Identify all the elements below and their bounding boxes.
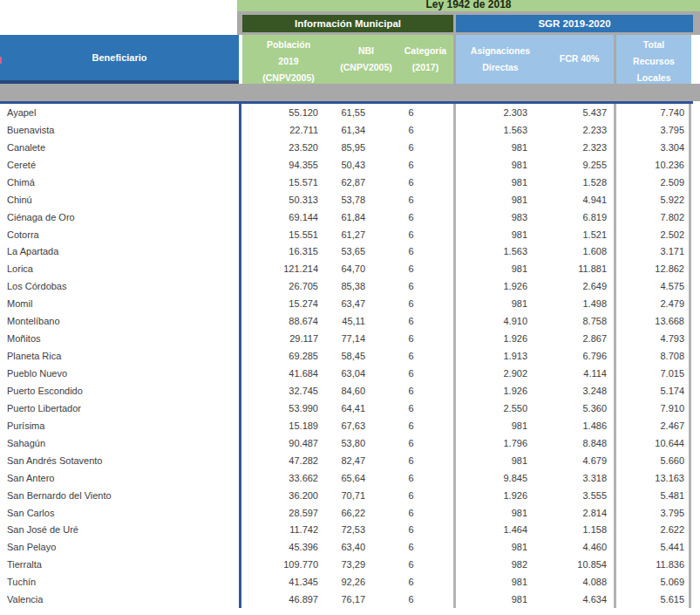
poblacion-cell: 69.285 [241,351,322,361]
beneficiario-cell: San Andrés Sotavento [0,455,239,466]
beneficiario-cell: Purísima [0,420,239,431]
column-divider [689,365,691,382]
categoria-cell: 6 [369,177,453,188]
asignaciones-directas-cell: 1.796 [456,438,531,448]
fcr-40-cell: 1.158 [531,524,614,535]
separator-band [0,84,700,101]
asignaciones-directas-cell: 1.563 [456,246,531,256]
nbi-cell: 85,38 [322,281,369,291]
asignaciones-directas-cell: 983 [456,212,531,222]
poblacion-cell: 15.551 [241,229,322,240]
column-divider [689,156,691,174]
poblacion-cell: 94.355 [241,160,322,170]
column-divider [689,504,691,522]
column-divider [689,573,691,591]
total-recursos-cell: 2.502 [616,229,689,240]
categoria-cell: 6 [369,420,453,431]
asignaciones-directas-cell: 981 [456,542,531,552]
poblacion-cell: 109.770 [241,559,322,570]
beneficiario-cell: La Apartada [0,246,239,256]
column-divider [689,226,691,243]
column-divider [689,400,691,417]
fcr-40-cell: 1.608 [531,246,614,256]
poblacion-cell: 15.274 [241,298,322,309]
poblacion-cell: 41.684 [241,368,322,379]
asignaciones-directas-cell: 1.464 [456,524,531,535]
nbi-cell: 72,53 [322,524,369,535]
clipped-cell-sliver [0,57,2,64]
categoria-cell: 6 [369,246,453,256]
nbi-cell: 63,40 [322,542,369,552]
fcr-40-cell: 4.679 [531,455,614,466]
total-recursos-cell: 3.795 [616,508,689,518]
total-recursos-cell: 3.171 [616,246,689,256]
fcr-40-cell: 1.528 [531,177,614,188]
beneficiario-cell: San Carlos [0,508,239,518]
asignaciones-directas-cell: 2.902 [456,368,531,379]
nbi-cell: 76,17 [322,594,369,605]
total-recursos-cell: 5.481 [616,490,689,501]
fcr-40-cell: 4.634 [531,594,614,605]
asignaciones-directas-cell: 981 [456,195,531,205]
asignaciones-directas-cell: 981 [456,508,531,518]
poblacion-cell: 41.345 [241,577,322,587]
categoria-cell: 6 [369,524,453,535]
nbi-cell: 62,87 [322,177,369,188]
table-row: Chinú50.31353,7869814.9415.922 [0,191,700,208]
table-row: Cotorra15.55161,2769811.5212.502 [0,226,700,243]
beneficiario-cell: Canalete [0,142,239,153]
column-divider [689,208,691,226]
total-recursos-cell: 5.441 [616,542,689,552]
column-header-categoria: Categoría (2017) [398,35,453,84]
categoria-cell: 6 [369,403,453,413]
poblacion-cell: 32.745 [241,386,322,396]
nbi-cell: 58,45 [322,351,369,361]
column-divider [689,243,691,261]
table-row: Puerto Libertador53.99064,4162.5505.3607… [0,400,700,417]
table-row: San Carlos28.59766,2269812.8143.795 [0,504,700,522]
column-divider [689,538,691,556]
table-row: Buenavista22.71161,3461.5632.2333.795 [0,121,700,139]
fcr-40-cell: 5.437 [531,107,614,118]
group-header-band: Información Municipal SGR 2019-2020 [237,11,700,35]
beneficiario-cell: Ciénaga de Oro [0,212,239,222]
table-row: Montelíbano88.67445,1164.9108.75813.668 [0,312,700,330]
fcr-40-cell: 6.819 [531,212,614,222]
nbi-cell: 63,47 [322,298,369,309]
total-recursos-cell: 12.862 [616,263,689,274]
asignaciones-directas-cell: 981 [456,263,531,274]
column-divider [689,191,691,208]
nbi-cell: 67,63 [322,420,369,431]
fcr-40-cell: 2.649 [531,281,614,291]
fcr-40-cell: 5.360 [531,403,614,413]
column-divider [689,347,691,365]
table-row: Tierralta109.77073,29698210.85411.836 [0,556,700,573]
asignaciones-directas-cell: 981 [456,594,531,605]
nbi-cell: 63,04 [322,368,369,379]
beneficiario-cell: San Pelayo [0,542,239,552]
column-divider [689,591,691,608]
categoria-cell: 6 [369,438,453,448]
total-recursos-cell: 5.174 [616,386,689,396]
nbi-cell: 84,60 [322,386,369,396]
total-recursos-cell: 2.467 [616,420,689,431]
nbi-cell: 73,29 [322,559,369,570]
asignaciones-directas-cell: 1.926 [456,490,531,501]
nbi-cell: 64,70 [322,263,369,274]
asignaciones-directas-cell: 9.845 [456,473,531,483]
beneficiario-cell: Sahagún [0,438,239,448]
asignaciones-directas-cell: 1.926 [456,333,531,344]
fcr-40-cell: 4.114 [531,368,614,379]
poblacion-cell: 121.214 [241,263,322,274]
column-header-nbi: NBI (CNPV2005) [335,35,398,84]
total-recursos-cell: 7.802 [616,212,689,222]
beneficiario-cell: Cereté [0,160,239,170]
nbi-cell: 85,95 [322,142,369,153]
column-divider [689,417,691,434]
nbi-cell: 53,80 [322,438,369,448]
beneficiario-cell: Pueblo Nuevo [0,368,239,379]
column-header-beneficiario: Beneficiario [0,35,239,84]
beneficiario-cell: Cotorra [0,229,239,240]
categoria-cell: 6 [369,316,453,326]
total-recursos-cell: 5.922 [616,195,689,205]
